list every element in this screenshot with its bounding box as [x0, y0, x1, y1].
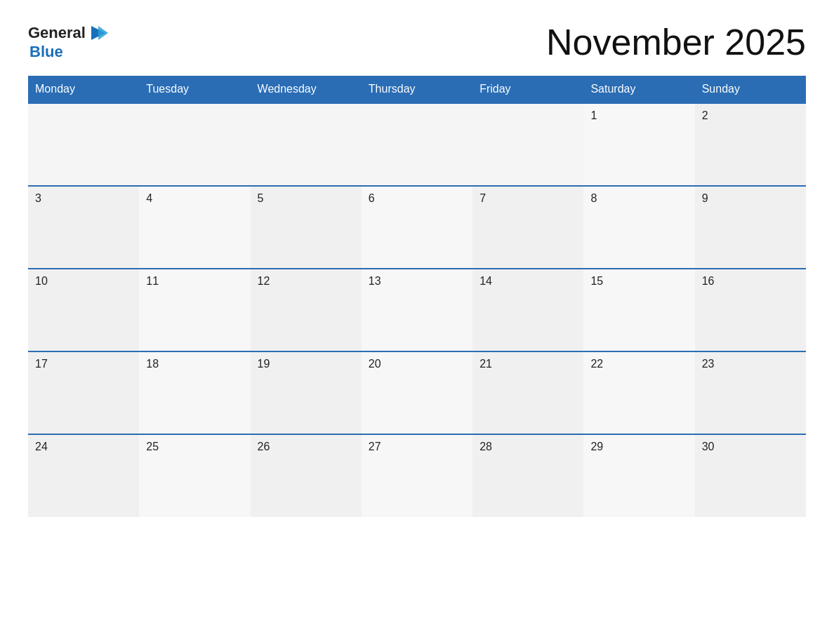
day-number: 28 [479, 441, 576, 453]
day-cell-2: 2 [695, 103, 806, 186]
day-cell-15: 15 [583, 269, 694, 351]
day-cell-21: 21 [472, 351, 583, 434]
logo: General Blue [28, 23, 110, 61]
day-cell-18: 18 [139, 351, 250, 434]
calendar-week-row: 10111213141516 [28, 269, 806, 351]
calendar-week-row: 12 [28, 103, 806, 186]
day-cell-30: 30 [695, 434, 806, 517]
day-number: 3 [35, 192, 132, 205]
day-number: 18 [146, 358, 243, 370]
calendar-header-wednesday: Wednesday [251, 76, 362, 103]
calendar-header-friday: Friday [472, 76, 583, 103]
day-number: 27 [369, 441, 465, 453]
day-cell-12: 12 [251, 269, 362, 351]
day-number: 5 [258, 192, 355, 205]
day-number: 23 [702, 358, 799, 370]
header: General Blue November 2025 [28, 21, 806, 63]
day-cell-17: 17 [28, 351, 139, 434]
day-number: 29 [590, 441, 687, 453]
day-cell-20: 20 [362, 351, 472, 434]
day-cell-29: 29 [583, 434, 694, 517]
day-cell-27: 27 [362, 434, 472, 517]
day-cell-24: 24 [28, 434, 139, 517]
empty-cell [472, 103, 583, 186]
day-number: 21 [479, 358, 576, 370]
logo-general-text: General [28, 24, 86, 42]
empty-cell [139, 103, 250, 186]
calendar-header-thursday: Thursday [362, 76, 472, 103]
logo-icon [88, 23, 108, 43]
day-cell-3: 3 [28, 186, 139, 269]
day-cell-14: 14 [472, 269, 583, 351]
empty-cell [362, 103, 472, 186]
day-number: 1 [590, 109, 687, 122]
day-cell-22: 22 [583, 351, 694, 434]
day-cell-16: 16 [695, 269, 806, 351]
calendar-week-row: 17181920212223 [28, 351, 806, 434]
calendar-header-tuesday: Tuesday [139, 76, 250, 103]
day-cell-13: 13 [362, 269, 472, 351]
day-number: 30 [702, 441, 799, 453]
day-number: 26 [258, 441, 355, 453]
calendar: MondayTuesdayWednesdayThursdayFridaySatu… [28, 76, 806, 517]
month-title: November 2025 [546, 21, 806, 63]
calendar-week-row: 24252627282930 [28, 434, 806, 517]
logo-blue-text: Blue [28, 43, 110, 61]
day-number: 11 [146, 275, 243, 288]
day-number: 17 [35, 358, 132, 370]
day-number: 14 [479, 275, 576, 288]
day-cell-1: 1 [583, 103, 694, 186]
day-number: 25 [146, 441, 243, 453]
day-number: 16 [702, 275, 799, 288]
day-number: 7 [479, 192, 576, 205]
day-number: 22 [590, 358, 687, 370]
empty-cell [251, 103, 362, 186]
day-number: 4 [146, 192, 243, 205]
calendar-week-row: 3456789 [28, 186, 806, 269]
day-cell-11: 11 [139, 269, 250, 351]
day-number: 20 [369, 358, 465, 370]
day-number: 10 [35, 275, 132, 288]
day-cell-8: 8 [583, 186, 694, 269]
day-number: 19 [258, 358, 355, 370]
day-cell-9: 9 [695, 186, 806, 269]
calendar-header-row: MondayTuesdayWednesdayThursdayFridaySatu… [28, 76, 806, 103]
day-cell-19: 19 [251, 351, 362, 434]
day-cell-25: 25 [139, 434, 250, 517]
day-number: 24 [35, 441, 132, 453]
calendar-header-monday: Monday [28, 76, 139, 103]
day-cell-5: 5 [251, 186, 362, 269]
day-cell-10: 10 [28, 269, 139, 351]
day-cell-28: 28 [472, 434, 583, 517]
svg-marker-1 [98, 26, 108, 40]
day-number: 6 [369, 192, 465, 205]
calendar-header-saturday: Saturday [583, 76, 694, 103]
day-number: 13 [369, 275, 465, 288]
calendar-header-sunday: Sunday [695, 76, 806, 103]
day-cell-26: 26 [251, 434, 362, 517]
day-number: 15 [590, 275, 687, 288]
day-cell-6: 6 [362, 186, 472, 269]
day-cell-23: 23 [695, 351, 806, 434]
day-number: 12 [258, 275, 355, 288]
day-number: 2 [702, 109, 799, 122]
day-number: 8 [590, 192, 687, 205]
day-cell-4: 4 [139, 186, 250, 269]
day-cell-7: 7 [472, 186, 583, 269]
day-number: 9 [702, 192, 799, 205]
empty-cell [28, 103, 139, 186]
